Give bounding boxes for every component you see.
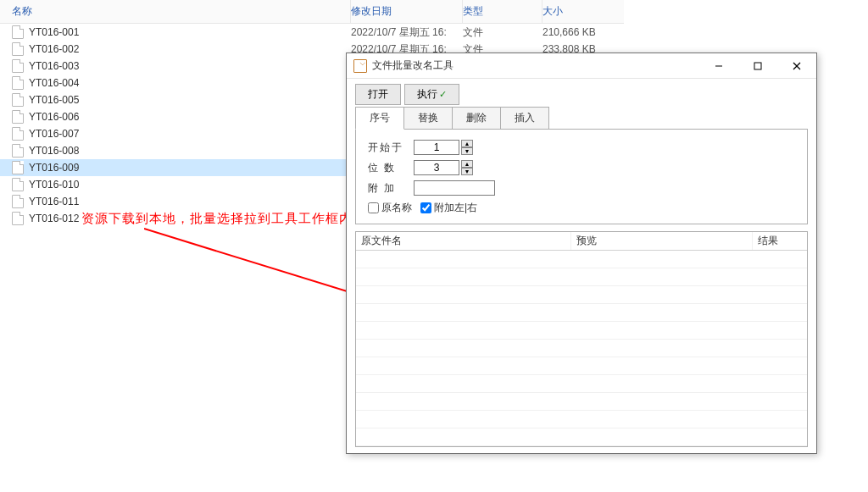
file-icon xyxy=(12,59,24,73)
file-icon xyxy=(12,110,24,124)
grid-col-original[interactable]: 原文件名 xyxy=(356,232,571,250)
file-icon xyxy=(12,212,24,225)
tab-panel-sequence: 开始于 ▲▼ 位 数 ▲▼ 附 加 原名称 xyxy=(355,129,808,224)
minimize-button[interactable] xyxy=(699,53,738,79)
grid-body[interactable] xyxy=(356,251,807,446)
file-name: YT016-002 xyxy=(29,43,79,55)
preview-grid: 原文件名 预览 结果 xyxy=(355,231,808,447)
file-name: YT016-009 xyxy=(29,162,79,174)
tab-sequence[interactable]: 序号 xyxy=(355,107,404,130)
file-name: YT016-012 xyxy=(29,213,79,224)
file-name: YT016-011 xyxy=(29,196,79,207)
digits-spinner[interactable]: ▲▼ xyxy=(461,160,473,175)
explorer-header: 名称 修改日期 类型 大小 xyxy=(0,0,624,24)
open-button[interactable]: 打开 xyxy=(355,84,401,105)
file-name: YT016-004 xyxy=(29,77,79,89)
column-header-date[interactable]: 修改日期 xyxy=(351,0,463,23)
tab-replace[interactable]: 替换 xyxy=(404,107,453,129)
file-icon xyxy=(12,178,24,191)
grid-col-preview[interactable]: 预览 xyxy=(571,232,753,250)
titlebar[interactable]: 文件批量改名工具 xyxy=(347,53,816,79)
maximize-button[interactable] xyxy=(738,53,777,79)
column-header-name[interactable]: 名称 xyxy=(0,0,351,23)
window-controls xyxy=(699,53,816,79)
checkmark-icon: ✓ xyxy=(439,89,447,100)
start-input[interactable] xyxy=(414,140,459,155)
file-name: YT016-010 xyxy=(29,179,79,191)
file-icon xyxy=(12,93,24,107)
file-size: 210,666 KB xyxy=(542,26,619,38)
suffix-input[interactable] xyxy=(414,180,495,196)
file-icon xyxy=(12,144,24,158)
file-name: YT016-008 xyxy=(29,145,79,157)
app-icon xyxy=(353,59,367,73)
window-title: 文件批量改名工具 xyxy=(372,58,694,73)
file-type: 文件 xyxy=(463,25,542,40)
file-name: YT016-001 xyxy=(29,26,79,38)
tab-strip: 序号 替换 删除 插入 xyxy=(355,107,808,129)
file-icon xyxy=(12,195,24,208)
file-name: YT016-003 xyxy=(29,60,79,72)
file-icon xyxy=(12,161,24,174)
file-icon xyxy=(12,127,24,141)
digits-label: 位 数 xyxy=(368,161,407,175)
tab-delete[interactable]: 删除 xyxy=(453,107,501,129)
file-name: YT016-006 xyxy=(29,111,79,123)
column-header-size[interactable]: 大小 xyxy=(542,0,619,23)
close-button[interactable] xyxy=(777,53,816,79)
grid-header: 原文件名 预览 结果 xyxy=(356,232,807,251)
grid-col-result[interactable]: 结果 xyxy=(753,232,807,250)
file-name: YT016-005 xyxy=(29,94,79,106)
orig-name-checkbox[interactable]: 原名称 xyxy=(368,201,412,215)
file-icon xyxy=(12,42,24,56)
rename-tool-window: 文件批量改名工具 打开 执行✓ 序号 替换 删除 插入 xyxy=(346,53,817,454)
digits-input[interactable] xyxy=(414,160,459,175)
column-header-type[interactable]: 类型 xyxy=(463,0,542,23)
file-icon xyxy=(12,25,24,39)
svg-rect-2 xyxy=(754,63,761,69)
start-spinner[interactable]: ▲▼ xyxy=(461,140,473,155)
execute-button[interactable]: 执行✓ xyxy=(404,84,459,105)
file-row[interactable]: YT016-0012022/10/7 星期五 16:文件210,666 KB xyxy=(0,24,624,41)
start-label: 开始于 xyxy=(368,141,407,155)
file-date: 2022/10/7 星期五 16: xyxy=(351,25,463,40)
append-checkbox[interactable]: 附加左|右 xyxy=(420,201,477,215)
file-icon xyxy=(12,76,24,90)
annotation-text: 资源下载到本地，批量选择拉到工具工作框内 xyxy=(81,211,353,227)
suffix-label: 附 加 xyxy=(368,181,407,196)
file-name: YT016-007 xyxy=(29,128,79,140)
tab-insert[interactable]: 插入 xyxy=(501,107,549,129)
